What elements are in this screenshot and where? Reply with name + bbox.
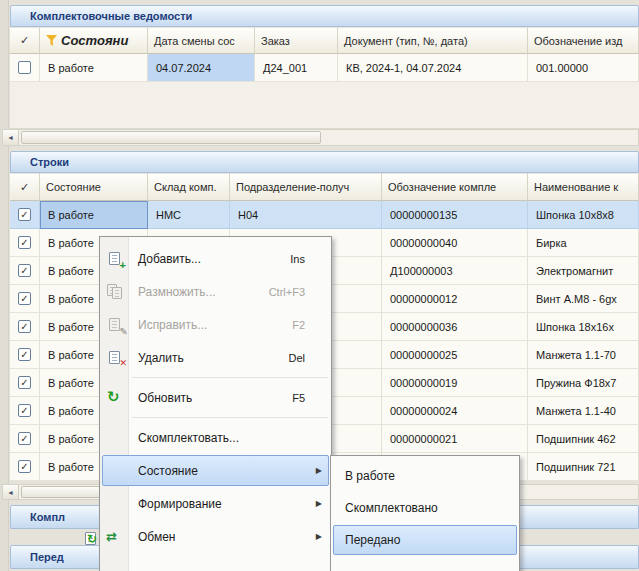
scroll-thumb[interactable] — [21, 131, 321, 144]
menu-item-complete[interactable]: Скомплектовать... — [100, 421, 331, 454]
cell-checkbox: ✓ — [10, 313, 40, 341]
row-checkbox[interactable]: ✓ — [18, 320, 31, 333]
submenu-item-in-progress[interactable]: В работе — [331, 460, 519, 492]
submenu-item-completed[interactable]: Скомплектовано — [331, 492, 519, 524]
row-checkbox[interactable]: ✓ — [18, 348, 31, 361]
column-header-select-all[interactable]: ✓ — [10, 173, 40, 201]
column-header-select-all[interactable]: ✓ — [10, 27, 40, 54]
column-header-order[interactable]: Заказ — [255, 27, 338, 54]
menu-item-forming[interactable]: Формирование ▶ — [100, 487, 331, 520]
panel-header-vedomosti[interactable]: Комплектовочные ведомости — [10, 5, 639, 27]
panel-title-peredano: Перед — [30, 551, 64, 563]
cell-designation[interactable]: 001.00000 — [528, 54, 639, 82]
row-checkbox[interactable]: ✓ — [18, 208, 31, 221]
panel-title-stroki: Строки — [30, 156, 69, 168]
vedomosti-row[interactable]: В работе 04.07.2024 Д24_001 КВ, 2024-1, … — [10, 54, 639, 82]
row-checkbox[interactable]: ✓ — [18, 264, 31, 277]
column-header-status-label: Состояни — [61, 33, 128, 48]
cell-warehouse[interactable]: НМС — [148, 201, 230, 229]
menu-item-add[interactable]: + Добавить... Ins — [100, 242, 331, 275]
scroll-left-button[interactable]: ◄ — [3, 485, 19, 499]
cell-name[interactable]: Подшипник 721 — [528, 453, 639, 481]
cell-designation[interactable]: 00000000040 — [382, 229, 528, 257]
cell-designation[interactable]: 00000000036 — [382, 313, 528, 341]
cell-status[interactable]: В работе — [40, 54, 148, 82]
cell-designation[interactable]: 00000000012 — [382, 285, 528, 313]
menu-item-exchange[interactable]: ⇄ Обмен ▶ — [100, 520, 331, 553]
submenu-arrow-icon: ▶ — [316, 466, 322, 475]
cell-order[interactable]: Д24_001 — [255, 54, 338, 82]
row-checkbox[interactable]: ✓ — [18, 236, 31, 249]
menu-item-duplicate: Размножить... Ctrl+F3 — [100, 275, 331, 308]
cell-document[interactable]: КВ, 2024-1, 04.07.2024 — [338, 54, 528, 82]
column-header-designation[interactable]: Обозначение изд — [528, 27, 639, 54]
column-header-document[interactable]: Документ (тип, №, дата) — [338, 27, 528, 54]
cell-name[interactable]: Манжета 1.1-40 — [528, 397, 639, 425]
cell-designation[interactable]: Д100000003 — [382, 257, 528, 285]
vedomosti-header-row: ✓ Состояни Дата смены сос Заказ Документ… — [10, 27, 639, 54]
menu-item-state[interactable]: Состояние ▶ — [100, 454, 331, 487]
menu-item-delete[interactable]: ✕ Удалить Del — [100, 341, 331, 374]
app-window: Комплектовочные ведомости ✓ Состояни Дат… — [0, 0, 639, 571]
cell-checkbox: ✓ — [10, 257, 40, 285]
menu-item-label: Удалить — [138, 351, 184, 365]
add-icon: + — [106, 251, 124, 267]
column-header-warehouse[interactable]: Склад комп. — [148, 173, 230, 201]
row-checkbox[interactable]: ✓ — [18, 404, 31, 417]
column-header-status[interactable]: Состояни — [40, 27, 148, 54]
exchange-icon: ⇄ — [106, 529, 124, 545]
cell-checkbox: ✓ — [10, 229, 40, 257]
cell-designation[interactable]: 00000000025 — [382, 341, 528, 369]
menu-item-shortcut: Ins — [290, 253, 305, 265]
refresh-glyph: ↻ — [87, 532, 97, 546]
vedomosti-empty-area — [10, 82, 639, 129]
cell-name[interactable]: Пружина Ф18х7 — [528, 369, 639, 397]
cell-date[interactable]: 04.07.2024 — [148, 54, 255, 82]
refresh-doc-icon[interactable]: ↻ — [82, 531, 100, 547]
menu-item-label: Передано — [345, 533, 400, 547]
cell-name[interactable]: Бирка — [528, 229, 639, 257]
cell-name[interactable]: Шпонка 18x16x — [528, 313, 639, 341]
row-checkbox[interactable]: ✓ — [18, 376, 31, 389]
cell-designation[interactable]: 00000000021 — [382, 425, 528, 453]
column-header-date[interactable]: Дата смены сос — [148, 27, 255, 54]
menu-item-label: Обмен — [138, 530, 176, 544]
row-checkbox[interactable]: ✓ — [18, 460, 31, 473]
submenu-arrow-icon: ▶ — [316, 532, 322, 541]
menu-item-label: Исправить... — [138, 318, 207, 332]
column-header-designation[interactable]: Обозначение компле — [382, 173, 528, 201]
row-checkbox[interactable]: ✓ — [18, 432, 31, 445]
edit-icon: ✎ — [106, 317, 124, 333]
cell-status[interactable]: В работе — [40, 201, 148, 229]
cell-designation[interactable]: 00000000024 — [382, 397, 528, 425]
menu-separator — [100, 374, 331, 381]
row-checkbox[interactable]: ✓ — [18, 292, 31, 305]
submenu-arrow-icon: ▶ — [316, 499, 322, 508]
cell-name[interactable]: Подшипник 462 — [528, 425, 639, 453]
menu-item-shortcut: F5 — [292, 392, 305, 404]
menu-separator — [100, 414, 331, 421]
cell-name[interactable]: Манжета 1.1-70 — [528, 341, 639, 369]
cell-name[interactable]: Шпонка 10x8x8 — [528, 201, 639, 229]
menu-item-label: Добавить... — [138, 252, 201, 266]
stroki-header-row: ✓ Состояние Склад комп. Подразделение-по… — [10, 173, 639, 201]
cell-designation[interactable]: 00000000135 — [382, 201, 528, 229]
row-checkbox[interactable] — [18, 61, 31, 74]
cell-name[interactable]: Электромагнит — [528, 257, 639, 285]
submenu-item-transferred[interactable]: Передано — [331, 524, 519, 556]
check-icon: ✓ — [20, 34, 29, 47]
menu-item-refresh[interactable]: ↻ Обновить F5 — [100, 381, 331, 414]
column-header-status[interactable]: Состояние — [40, 173, 148, 201]
filter-icon — [46, 35, 57, 46]
panel-header-stroki[interactable]: Строки — [10, 151, 639, 173]
scroll-left-button[interactable]: ◄ — [3, 130, 19, 145]
column-header-department[interactable]: Подразделение-получ — [230, 173, 382, 201]
cell-designation[interactable]: 00000000019 — [382, 369, 528, 397]
panel-title-vedomosti: Комплектовочные ведомости — [30, 10, 192, 22]
stroki-row[interactable]: ✓ В работе НМС Н04 00000000135 Шпонка 10… — [10, 201, 639, 229]
cell-name[interactable]: Винт А.М8 - 6gх — [528, 285, 639, 313]
refresh-icon: ↻ — [106, 390, 124, 406]
column-header-name[interactable]: Наименование к — [528, 173, 639, 201]
cell-department[interactable]: Н04 — [230, 201, 382, 229]
menu-item-label: Состояние — [138, 464, 198, 478]
